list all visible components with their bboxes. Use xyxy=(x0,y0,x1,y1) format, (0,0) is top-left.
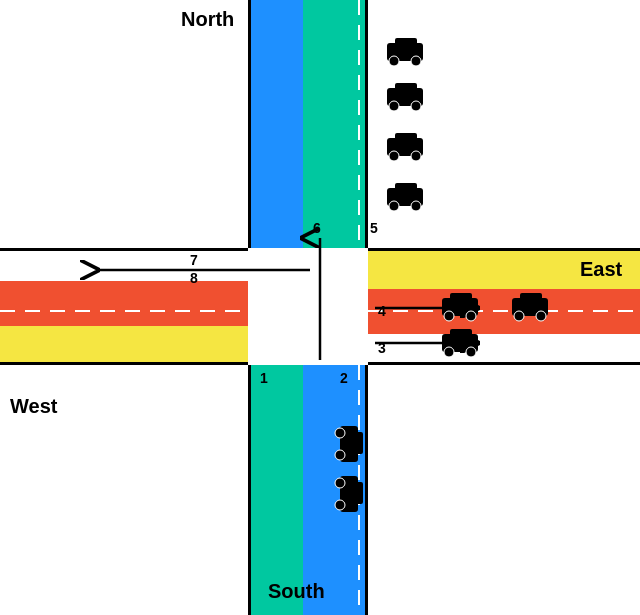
label-south: South xyxy=(268,580,325,603)
svg-rect-13 xyxy=(395,133,417,143)
intersection-diagram: North South East West 1 2 3 4 5 6 7 8 xyxy=(0,0,640,615)
svg-point-14 xyxy=(411,151,421,161)
lane-west-yellow xyxy=(0,326,248,362)
lane-number-7: 7 xyxy=(190,252,198,268)
border-bottom-right xyxy=(368,362,640,365)
lane-north-teal xyxy=(303,0,365,248)
dash-north xyxy=(358,0,360,248)
lane-number-5: 5 xyxy=(370,220,378,236)
svg-point-7 xyxy=(389,56,399,66)
border-right-bottom xyxy=(365,365,368,615)
svg-rect-17 xyxy=(395,183,417,193)
lane-number-8: 8 xyxy=(190,270,198,286)
lane-number-4: 4 xyxy=(378,303,386,319)
label-east: East xyxy=(580,258,622,281)
border-top-left xyxy=(0,248,248,251)
lane-number-1: 1 xyxy=(260,370,268,386)
svg-point-11 xyxy=(389,101,399,111)
dash-east xyxy=(368,310,640,312)
svg-rect-8 xyxy=(387,88,423,106)
lane-south-blue xyxy=(303,365,365,615)
border-left-bottom xyxy=(248,365,251,615)
svg-point-19 xyxy=(389,201,399,211)
border-right-top xyxy=(365,0,368,248)
border-top-right xyxy=(368,248,640,251)
label-north: North xyxy=(181,8,234,31)
svg-point-15 xyxy=(389,151,399,161)
svg-rect-9 xyxy=(395,83,417,93)
svg-rect-4 xyxy=(387,43,423,61)
lane-number-3: 3 xyxy=(378,340,386,356)
svg-point-18 xyxy=(411,201,421,211)
lane-number-6: 6 xyxy=(313,220,321,236)
dash-west xyxy=(0,310,248,312)
svg-rect-16 xyxy=(387,188,423,206)
svg-point-6 xyxy=(411,56,421,66)
lane-west-red xyxy=(0,281,248,326)
svg-rect-5 xyxy=(395,38,417,48)
dash-south xyxy=(358,365,360,615)
border-left-top xyxy=(248,0,251,248)
border-bottom-left xyxy=(0,362,248,365)
lane-number-2: 2 xyxy=(340,370,348,386)
svg-rect-12 xyxy=(387,138,423,156)
label-west: West xyxy=(10,395,57,418)
lane-south-teal xyxy=(251,365,303,615)
road-intersection xyxy=(248,248,368,365)
svg-point-10 xyxy=(411,101,421,111)
lane-north-blue xyxy=(251,0,303,248)
